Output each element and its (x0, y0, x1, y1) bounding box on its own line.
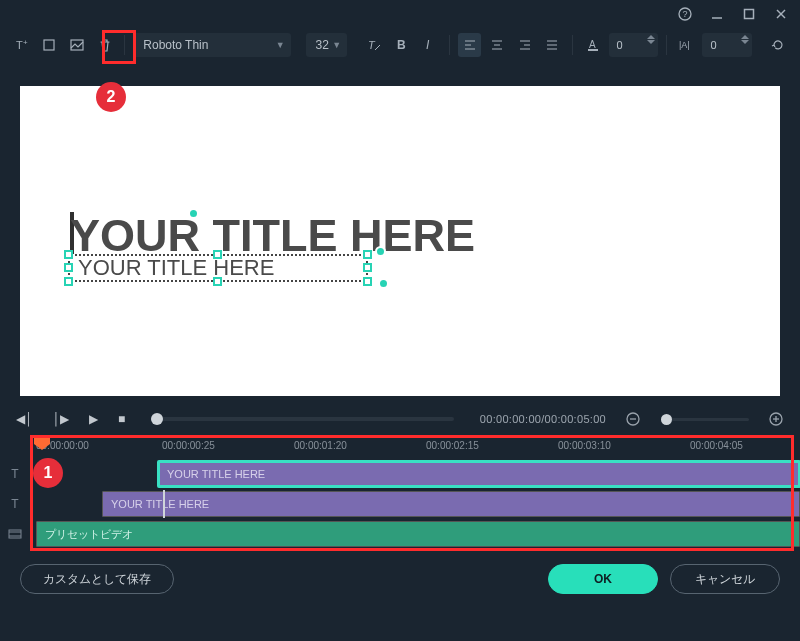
maximize-icon[interactable] (742, 7, 756, 21)
clip-marker (163, 490, 165, 518)
align-center-icon[interactable] (485, 33, 509, 57)
preview-canvas[interactable]: YOUR TITLE HERE YOUR TITLE HERE (20, 86, 780, 396)
divider (666, 35, 667, 55)
clip-label: プリセットビデオ (45, 527, 133, 542)
minimize-icon[interactable] (710, 7, 724, 21)
resize-handle[interactable] (213, 277, 222, 286)
line-height-icon[interactable]: |A| (675, 33, 699, 57)
ruler-tick: 00:00:04:05 (690, 440, 743, 451)
font-dropdown[interactable]: Roboto Thin ▼ (133, 33, 290, 57)
resize-handle[interactable] (363, 263, 372, 272)
svg-line-11 (375, 45, 380, 50)
callout-badge-1: 1 (33, 458, 63, 488)
svg-text:A: A (589, 39, 596, 50)
text-track-icon[interactable]: T (0, 497, 30, 511)
resize-handle[interactable] (363, 250, 372, 259)
selection-dot[interactable] (188, 208, 199, 219)
callout-box-2 (102, 30, 136, 64)
clip-title-1[interactable]: YOUR TITLE HERE (158, 461, 800, 487)
ruler-tick: 00:00:00:25 (162, 440, 215, 451)
seek-handle[interactable] (151, 413, 163, 425)
svg-rect-8 (44, 40, 54, 50)
italic-icon[interactable]: I (417, 33, 441, 57)
title-textbox-selected[interactable]: YOUR TITLE HERE (68, 254, 368, 282)
svg-text:+: + (23, 38, 28, 47)
transport-bar: ◀│ │▶ ▶ ■ 00:00:00:00/00:00:05:00 (0, 404, 800, 434)
seek-bar[interactable] (151, 417, 454, 421)
align-justify-icon[interactable] (540, 33, 564, 57)
zoom-handle[interactable] (661, 414, 672, 425)
playhead[interactable] (34, 438, 50, 448)
resize-handle[interactable] (64, 263, 73, 272)
selection-dot[interactable] (375, 246, 386, 257)
clip-video[interactable]: プリセットビデオ (36, 521, 800, 547)
zoom-in-icon[interactable] (769, 412, 784, 427)
title-text-small: YOUR TITLE HERE (78, 255, 274, 281)
stepper-down-icon[interactable] (741, 40, 749, 44)
next-frame-icon[interactable]: │▶ (53, 412, 70, 426)
text-color-icon[interactable]: A (581, 33, 605, 57)
ok-button[interactable]: OK (548, 564, 658, 594)
clear-format-icon[interactable]: T (362, 33, 386, 57)
video-track-icon[interactable] (0, 527, 30, 541)
align-left-icon[interactable] (458, 33, 482, 57)
selection-dot[interactable] (378, 278, 389, 289)
timeline: 1 00:00:00:0000:00:00:2500:00:01:2000:00… (0, 434, 800, 548)
divider (572, 35, 573, 55)
titlebar: ? (0, 0, 800, 28)
stop-icon[interactable]: ■ (118, 412, 125, 426)
chevron-down-icon: ▼ (332, 40, 341, 50)
refresh-icon[interactable] (767, 33, 791, 57)
track-row: T YOUR TITLE HERE (0, 460, 800, 488)
play-icon[interactable]: ▶ (89, 412, 98, 426)
time-display: 00:00:00:00/00:00:05:00 (480, 413, 606, 425)
align-right-icon[interactable] (513, 33, 537, 57)
timeline-ruler[interactable]: 00:00:00:0000:00:00:2500:00:01:2000:00:0… (30, 438, 800, 460)
help-icon[interactable]: ? (678, 7, 692, 21)
stepper-up-icon[interactable] (647, 35, 655, 39)
resize-handle[interactable] (64, 277, 73, 286)
chevron-down-icon: ▼ (276, 40, 285, 50)
stepper-up-icon[interactable] (741, 35, 749, 39)
clip-title-2[interactable]: YOUR TITLE HERE (102, 491, 800, 517)
ruler-tick: 00:00:01:20 (294, 440, 347, 451)
zoom-slider[interactable] (661, 418, 749, 421)
bold-icon[interactable]: B (390, 33, 414, 57)
track-row: T YOUR TITLE HERE (0, 490, 800, 518)
font-name: Roboto Thin (143, 38, 208, 52)
stepper-down-icon[interactable] (647, 40, 655, 44)
svg-text:T: T (368, 39, 376, 51)
svg-text:|A|: |A| (679, 40, 690, 50)
text-track-icon[interactable]: T (0, 467, 30, 481)
svg-text:I: I (426, 38, 430, 52)
svg-rect-34 (9, 530, 21, 538)
ruler-tick: 00:00:02:15 (426, 440, 479, 451)
track-row: プリセットビデオ (0, 520, 800, 548)
font-size-value: 32 (316, 38, 329, 52)
letter-spacing-input[interactable]: 0 (609, 33, 658, 57)
svg-text:T: T (16, 39, 23, 51)
resize-handle[interactable] (213, 250, 222, 259)
letter-spacing-value: 0 (617, 39, 623, 51)
resize-handle[interactable] (64, 250, 73, 259)
prev-frame-icon[interactable]: ◀│ (16, 412, 33, 426)
svg-text:B: B (397, 38, 406, 52)
resize-handle[interactable] (363, 277, 372, 286)
add-text-icon[interactable]: T+ (10, 33, 34, 57)
zoom-out-icon[interactable] (626, 412, 641, 427)
divider (449, 35, 450, 55)
font-size-dropdown[interactable]: 32 ▼ (306, 33, 348, 57)
callout-badge-2: 2 (96, 82, 126, 112)
svg-rect-27 (588, 49, 598, 51)
line-height-input[interactable]: 0 (702, 33, 751, 57)
svg-rect-3 (745, 10, 754, 19)
svg-text:?: ? (682, 9, 687, 19)
close-icon[interactable] (774, 7, 788, 21)
clip-label: YOUR TITLE HERE (167, 468, 265, 480)
line-height-value: 0 (710, 39, 716, 51)
footer: カスタムとして保存 OK キャンセル (0, 550, 800, 608)
image-icon[interactable] (65, 33, 89, 57)
crop-icon[interactable] (38, 33, 62, 57)
save-custom-button[interactable]: カスタムとして保存 (20, 564, 174, 594)
cancel-button[interactable]: キャンセル (670, 564, 780, 594)
